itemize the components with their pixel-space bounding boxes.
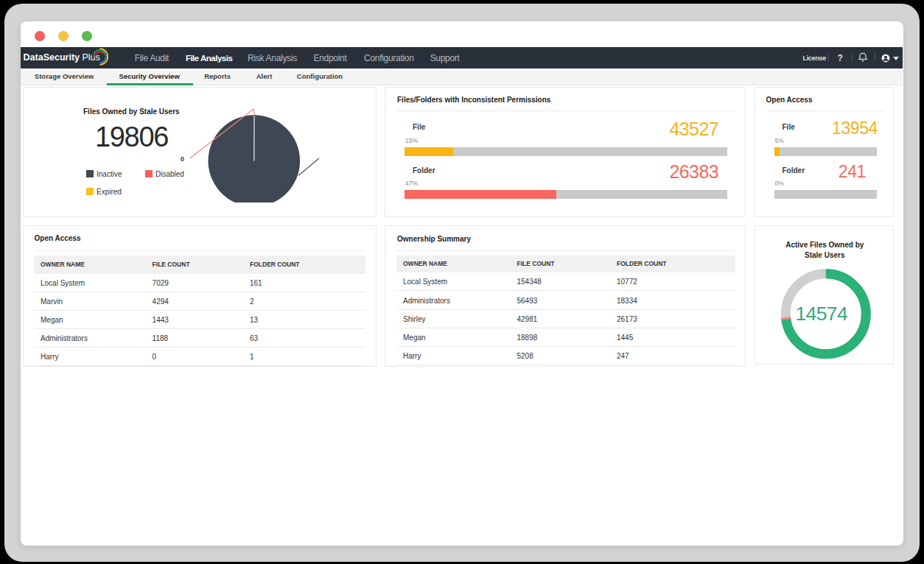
svg-text:0: 0 (181, 155, 184, 162)
svg-text:14574: 14574 (795, 302, 847, 324)
